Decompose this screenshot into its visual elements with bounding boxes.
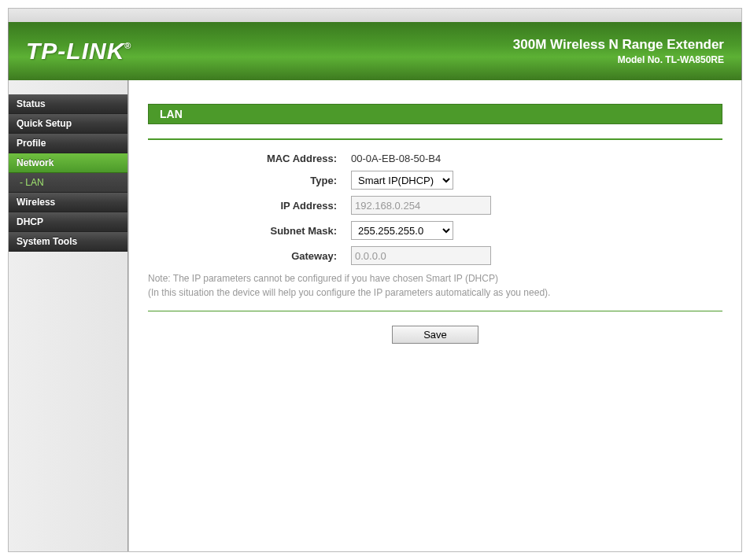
- value-mac: 00-0A-EB-08-50-B4: [351, 153, 441, 164]
- header: TP-LINK® 300M Wireless N Range Extender …: [8, 22, 742, 80]
- sidebar-item-wireless[interactable]: Wireless: [9, 193, 127, 212]
- label-mask: Subnet Mask:: [148, 225, 351, 237]
- brand-logo: TP-LINK®: [26, 38, 131, 64]
- divider-top: [148, 138, 722, 140]
- header-right: 300M Wireless N Range Extender Model No.…: [513, 37, 724, 65]
- sidebar-item-network[interactable]: Network: [9, 153, 127, 173]
- input-ip-address: [351, 196, 491, 215]
- note-text: Note: The IP parameters cannot be config…: [148, 271, 722, 300]
- note-line1: Note: The IP parameters cannot be config…: [148, 273, 498, 284]
- label-mac: MAC Address:: [148, 153, 351, 164]
- top-strip: [8, 8, 742, 22]
- sidebar-item-dhcp[interactable]: DHCP: [9, 212, 127, 232]
- sidebar-item-quick-setup[interactable]: Quick Setup: [9, 114, 127, 134]
- select-type[interactable]: Smart IP(DHCP): [351, 171, 453, 190]
- content-pane: LAN MAC Address: 00-0A-EB-08-50-B4 Type:…: [128, 80, 741, 551]
- section-title: LAN: [148, 104, 722, 124]
- label-ip: IP Address:: [148, 200, 351, 212]
- divider-bottom: [148, 311, 722, 311]
- sidebar-item-profile[interactable]: Profile: [9, 134, 127, 153]
- sidebar: Status Quick Setup Profile Network - LAN…: [9, 80, 128, 551]
- sidebar-item-status[interactable]: Status: [9, 94, 127, 114]
- label-type: Type:: [148, 175, 351, 186]
- sidebar-subitem-lan[interactable]: - LAN: [9, 173, 127, 193]
- row-type: Type: Smart IP(DHCP): [148, 171, 722, 190]
- brand-text: TP-LINK: [26, 38, 124, 64]
- select-subnet-mask[interactable]: 255.255.255.0: [351, 221, 453, 240]
- save-button[interactable]: Save: [392, 326, 478, 344]
- brand-reg: ®: [124, 41, 131, 50]
- row-mask: Subnet Mask: 255.255.255.0: [148, 221, 722, 240]
- input-gateway: [351, 246, 491, 265]
- model-number: Model No. TL-WA850RE: [513, 54, 724, 65]
- row-mac: MAC Address: 00-0A-EB-08-50-B4: [148, 153, 722, 164]
- label-gateway: Gateway:: [148, 250, 351, 262]
- note-line2: (In this situation the device will help …: [148, 287, 550, 298]
- row-ip: IP Address:: [148, 196, 722, 215]
- row-gateway: Gateway:: [148, 246, 722, 265]
- sidebar-item-system-tools[interactable]: System Tools: [9, 232, 127, 252]
- product-name: 300M Wireless N Range Extender: [513, 37, 724, 53]
